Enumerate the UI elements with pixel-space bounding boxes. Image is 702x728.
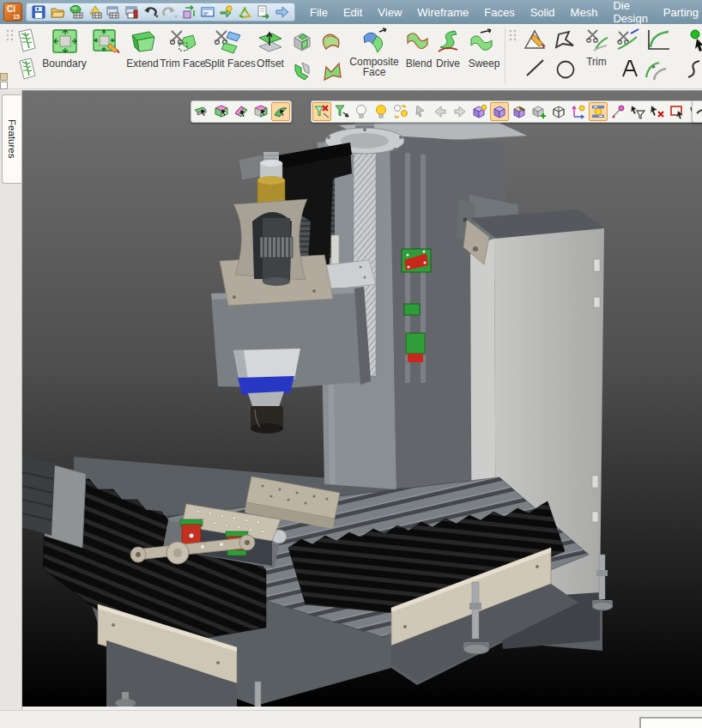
shaded-display-icon[interactable] — [490, 102, 509, 121]
cnc-machine-model — [22, 91, 702, 707]
app-badge-version: 15 — [13, 14, 20, 20]
color-swatches[interactable] — [0, 73, 8, 89]
recycle-icon[interactable] — [235, 3, 254, 21]
corner-surface-icon[interactable] — [292, 60, 314, 82]
cube-face-icon[interactable] — [292, 31, 314, 53]
pick-edge-icon[interactable] — [192, 102, 211, 121]
export-document-icon[interactable] — [254, 3, 273, 21]
next-view-icon[interactable] — [451, 102, 469, 121]
status-input-field[interactable] — [639, 717, 702, 728]
curve-on-face-button[interactable] — [645, 27, 671, 52]
previous-view-icon[interactable] — [431, 102, 450, 121]
dimension-display-icon[interactable] — [589, 102, 608, 121]
document-report-icon[interactable] — [123, 3, 142, 21]
arc-button[interactable] — [644, 58, 668, 81]
fill-face-icon[interactable] — [321, 60, 343, 82]
menu-bar: File Edit View Wireframe Faces Solid Mes… — [302, 0, 702, 24]
menu-file[interactable]: File — [302, 0, 336, 24]
blend-button[interactable] — [403, 28, 433, 54]
pick-filter-icon[interactable] — [628, 102, 647, 121]
split-faces-label: Split Faces — [203, 58, 257, 69]
menu-parting[interactable]: Parting — [656, 0, 702, 24]
wireframe-display-icon[interactable] — [549, 102, 568, 121]
app-badge-text: Ci — [7, 4, 15, 14]
selection-filter-off-icon[interactable] — [312, 102, 331, 121]
ribbon-drag-handle-2[interactable] — [508, 29, 517, 43]
point-button[interactable] — [685, 28, 702, 52]
quick-access-toolbar — [26, 3, 295, 21]
boundary-button[interactable] — [50, 27, 81, 56]
drive-label: Drive — [431, 58, 465, 69]
menu-mesh[interactable]: Mesh — [563, 0, 606, 24]
trim-label: Trim — [580, 57, 613, 67]
pick-any-icon[interactable] — [271, 102, 290, 121]
fern-surface-icon[interactable] — [12, 27, 39, 53]
untrim-face-icon[interactable] — [321, 31, 343, 53]
tab-features-label: Features — [7, 119, 17, 158]
pick-feature-icon[interactable] — [251, 102, 270, 121]
redo-icon[interactable] — [160, 3, 179, 21]
clipped-toolbar-button[interactable] — [693, 102, 702, 121]
document-drawing-icon[interactable] — [104, 3, 123, 21]
menu-die-design[interactable]: Die Design — [605, 0, 655, 24]
split-faces-button[interactable] — [213, 27, 244, 55]
offset-button[interactable] — [256, 27, 285, 55]
selection-filter-icon[interactable] — [332, 102, 351, 121]
hide-entity-icon[interactable] — [352, 102, 371, 121]
cancel-pick-icon[interactable] — [648, 102, 667, 121]
boundary-edit-button[interactable] — [91, 27, 124, 56]
save-icon[interactable] — [29, 3, 48, 21]
menu-edit[interactable]: Edit — [336, 0, 370, 24]
sweep-label: Sweep — [465, 58, 503, 69]
spline-button[interactable] — [683, 58, 702, 81]
trim-curve-alt-button[interactable] — [614, 27, 640, 52]
text-button[interactable] — [620, 58, 640, 79]
main-area: Features — [0, 90, 702, 710]
show-entity-icon[interactable] — [372, 102, 390, 121]
titlebar: Ci 15 File Edit View Wireframe Faces Sol — [0, 0, 702, 24]
window-pick-icon[interactable] — [668, 102, 687, 121]
menu-faces[interactable]: Faces — [476, 0, 522, 24]
pick-solid-icon[interactable] — [232, 102, 251, 121]
sidebar-strip: Features — [0, 90, 22, 710]
tab-features[interactable]: Features — [2, 94, 21, 184]
swap-visibility-icon[interactable] — [391, 102, 410, 121]
menu-view[interactable]: View — [370, 0, 409, 24]
shaded-edges-display-icon[interactable] — [470, 102, 489, 121]
app-icon[interactable]: Ci 15 — [3, 3, 22, 21]
trim-face-label: Trim Face — [156, 58, 209, 69]
polyline-button[interactable] — [553, 28, 577, 52]
sync-document-icon[interactable] — [179, 3, 198, 21]
dialog-panel-icon[interactable] — [198, 3, 217, 21]
trim-button[interactable] — [584, 27, 609, 52]
swatch-beige[interactable] — [0, 73, 8, 81]
ribbon-separator — [505, 27, 505, 84]
import-arrow-icon[interactable] — [273, 3, 292, 21]
drive-button[interactable] — [434, 28, 462, 54]
menu-wireframe[interactable]: Wireframe — [409, 0, 476, 24]
point-stick-icon[interactable] — [608, 102, 627, 121]
pick-face-icon[interactable] — [212, 102, 231, 121]
sweep-button[interactable] — [467, 28, 498, 54]
axes-visibility-icon[interactable] — [569, 102, 588, 121]
open-icon[interactable] — [48, 3, 67, 21]
document-shaded-icon[interactable] — [67, 3, 86, 21]
document-analyze-icon[interactable] — [86, 3, 105, 21]
application-window: Ci 15 File Edit View Wireframe Faces Sol — [0, 0, 702, 728]
undo-icon[interactable] — [142, 3, 160, 21]
circle-button[interactable] — [554, 58, 577, 81]
extend-button[interactable] — [129, 28, 158, 54]
publish-sun-icon[interactable] — [217, 3, 236, 21]
pointer-disabled-icon[interactable] — [411, 102, 430, 121]
trim-face-button[interactable] — [168, 27, 197, 55]
sketch-button[interactable] — [522, 27, 548, 52]
section-display-icon[interactable] — [510, 102, 529, 121]
composite-face-button[interactable] — [357, 27, 391, 56]
swatch-white[interactable] — [0, 82, 8, 89]
composite-face-label: Composite Face — [347, 57, 402, 77]
viewport-3d[interactable] — [22, 90, 702, 707]
line-button[interactable] — [523, 57, 548, 79]
clipped-toolbar — [692, 100, 702, 123]
menu-solid[interactable]: Solid — [523, 0, 563, 24]
add-to-display-icon[interactable] — [530, 102, 548, 121]
